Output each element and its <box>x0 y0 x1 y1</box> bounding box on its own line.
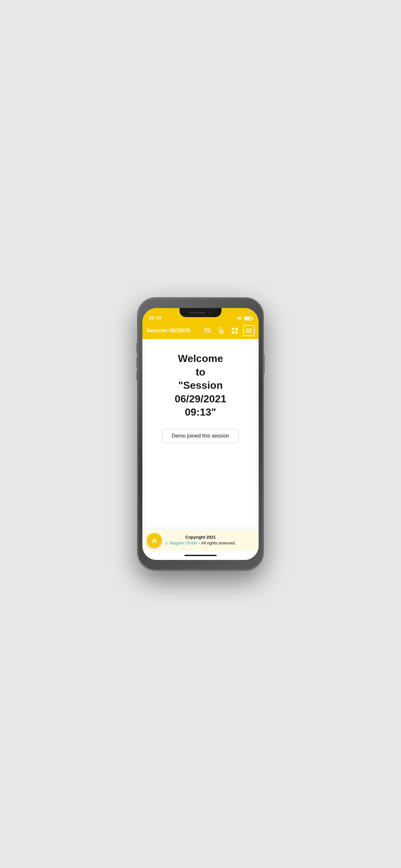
welcome-line3: "Session 06/29/2021 <box>175 379 226 405</box>
status-icons <box>237 316 252 320</box>
svg-rect-5 <box>232 328 234 330</box>
status-time: 10:19 <box>149 315 161 320</box>
scroll-to-top-button[interactable] <box>147 533 162 548</box>
welcome-area: Welcome to "Session 06/29/2021 09:13" De… <box>146 342 255 527</box>
video-camera-off-icon[interactable] <box>203 326 213 336</box>
camera <box>208 311 212 314</box>
header-title: Session 06/29/20 <box>146 328 199 334</box>
wifi-icon <box>237 316 242 320</box>
phone-screen: 10:19 Session 06/29/20 <box>143 308 258 560</box>
svg-rect-8 <box>235 331 238 334</box>
welcome-line2: to <box>196 366 205 378</box>
home-bar <box>184 555 217 556</box>
welcome-line1: Welcome <box>178 352 223 364</box>
copyright-text: Copyright 2021 <box>185 535 216 539</box>
speaker <box>189 312 206 314</box>
menu-icon[interactable] <box>243 325 255 336</box>
footer-credits: J. Wagner GmbH - All rights reserved. <box>148 540 253 546</box>
svg-rect-7 <box>232 331 234 334</box>
chevron-up-double-icon <box>151 537 157 544</box>
notch <box>180 308 221 317</box>
app-content: Welcome to "Session 06/29/2021 09:13" De… <box>143 339 258 530</box>
microphone-off-icon[interactable] <box>216 326 226 336</box>
welcome-text: Welcome to "Session 06/29/2021 09:13" <box>152 352 249 419</box>
company-name: J. Wagner GmbH <box>165 540 197 546</box>
svg-rect-6 <box>235 328 238 330</box>
footer-copyright: Copyright 2021 <box>148 534 253 540</box>
status-bar: 10:19 <box>143 308 258 322</box>
grid-icon[interactable] <box>229 326 240 336</box>
app-footer: Copyright 2021 J. Wagner GmbH - All righ… <box>143 530 258 551</box>
rights-text: - All rights reserved. <box>199 540 236 546</box>
battery-icon <box>244 316 252 320</box>
session-joined-button[interactable]: Demo joined this session <box>162 429 239 443</box>
app-header: Session 06/29/20 <box>143 322 258 339</box>
welcome-line4: 09:13" <box>185 406 216 418</box>
phone-frame: 10:19 Session 06/29/20 <box>137 298 264 570</box>
home-indicator <box>143 551 258 560</box>
